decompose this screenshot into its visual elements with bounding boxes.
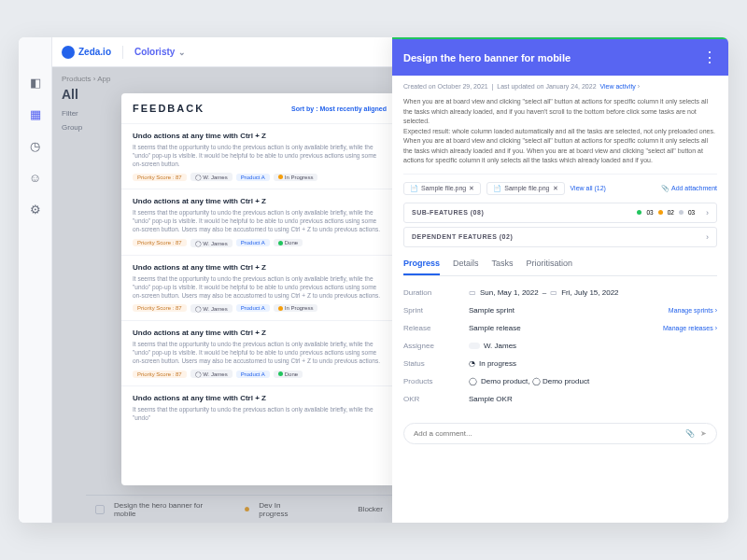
status-tag: Done: [274, 239, 303, 246]
prop-label: Sprint: [403, 306, 469, 315]
priority-score-tag: Priority Score : 87: [133, 239, 187, 246]
detail-body: Created on October 29, 2021 | Last updat…: [392, 76, 728, 523]
feedback-item[interactable]: Undo actions at any time with Ctrl + Z I…: [121, 385, 398, 434]
status-dot-icon: [278, 175, 283, 179]
prop-assignee: Assignee W. James: [403, 337, 717, 355]
prop-value[interactable]: ▭Sun, May 1, 2022 – ▭Fri, July 15, 2022: [469, 288, 717, 297]
sort-value: Most recently aligned: [319, 105, 387, 112]
prop-label: Status: [403, 359, 469, 368]
product-tag: Product A: [236, 371, 270, 378]
logo-icon: [62, 46, 75, 59]
feedback-tags: Priority Score : 87 ◯ W. James Product A…: [133, 370, 387, 378]
workspace-selector[interactable]: Coloristy⌄: [134, 47, 186, 57]
feedback-item[interactable]: Undo actions at any time with Ctrl + Z I…: [121, 189, 398, 254]
manage-releases-link[interactable]: Manage releases ›: [663, 325, 717, 331]
feedback-item-desc: It seems that the opportunity to undo th…: [133, 274, 387, 300]
feedback-item[interactable]: Undo actions at any time with Ctrl + Z I…: [121, 255, 398, 320]
status-dot-icon: [679, 210, 684, 215]
attachment-chip[interactable]: 📄 Sample file.png ✕: [403, 182, 481, 195]
prop-value[interactable]: Sample OKR: [469, 395, 717, 403]
product-tag: Product A: [236, 174, 270, 181]
prop-label: OKR: [403, 395, 469, 403]
attachment-name: Sample file.png: [504, 185, 549, 191]
chevron-right-icon: ›: [706, 208, 709, 217]
prop-release: Release Sample release Manage releases ›: [403, 319, 717, 337]
date-end: Fri, July 15, 2022: [561, 288, 618, 297]
user-tag: ◯ W. James: [190, 304, 233, 313]
prop-label: Products: [403, 377, 469, 385]
attach-icon[interactable]: 📎: [685, 429, 695, 438]
subfeatures-stats: 03 02 03 ›: [637, 208, 709, 217]
status-text: In progress: [479, 359, 516, 368]
product-tag: Product A: [236, 239, 270, 246]
tab-prioritisation[interactable]: Prioritisation: [527, 253, 573, 275]
send-icon[interactable]: ➤: [700, 429, 707, 438]
prop-value[interactable]: Sample sprint: [469, 306, 669, 315]
prop-value[interactable]: ◯ Demo product, ◯ Demo product: [469, 377, 717, 385]
products-text: Demo product, ◯ Demo product: [481, 377, 589, 385]
feedback-header: FEEDBACK Sort by : Most recently aligned: [121, 93, 398, 123]
feedback-title: FEEDBACK: [133, 103, 204, 114]
feedback-item-desc: It seems that the opportunity to undo th…: [133, 143, 387, 168]
view-all-attachments[interactable]: View all (12): [571, 185, 606, 191]
product-tag: Product A: [236, 304, 270, 312]
user-tag: ◯ W. James: [190, 370, 233, 378]
nav-users-icon[interactable]: ☺: [28, 170, 43, 185]
prop-value[interactable]: Sample release: [469, 324, 663, 332]
created-text: Created on October 29, 2021: [403, 83, 488, 90]
prop-value[interactable]: W. James: [469, 342, 717, 350]
feedback-item[interactable]: Undo actions at any time with Ctrl + Z I…: [121, 320, 398, 385]
attachments-row: 📄 Sample file.png ✕ 📄 Sample file.png ✕ …: [403, 174, 717, 203]
tab-details[interactable]: Details: [453, 253, 479, 275]
view-activity-link[interactable]: View activity: [599, 83, 635, 90]
action-label: Manage releases: [663, 325, 713, 331]
prop-status: Status ◔In progress: [403, 355, 717, 372]
action-label: Manage sprints: [669, 307, 713, 314]
nav-roadmap-icon[interactable]: ◷: [28, 138, 43, 153]
feedback-item-title: Undo actions at any time with Ctrl + Z: [133, 263, 387, 272]
prop-label: Duration: [403, 288, 469, 297]
attachment-chip[interactable]: 📄 Sample file.png ✕: [486, 182, 564, 195]
feedback-tags: Priority Score : 87 ◯ W. James Product A…: [133, 239, 387, 247]
detail-drawer: Design the hero banner for mobile ⋮ Crea…: [392, 37, 728, 523]
feedback-list[interactable]: Undo actions at any time with Ctrl + Z I…: [121, 123, 398, 485]
left-rail: ◧ ▦ ◷ ☺ ⚙: [19, 37, 52, 523]
prop-label: Release: [403, 324, 469, 332]
comment-input-box[interactable]: 📎 ➤: [403, 423, 717, 444]
prop-sprint: Sprint Sample sprint Manage sprints ›: [403, 301, 717, 319]
prop-value[interactable]: ◔In progress: [469, 359, 717, 368]
manage-sprints-link[interactable]: Manage sprints ›: [669, 307, 717, 314]
feedback-item[interactable]: Undo actions at any time with Ctrl + Z I…: [121, 123, 398, 189]
brand-name: Zeda.io: [78, 47, 111, 57]
dependent-row[interactable]: DEPENDENT FEATURES (02) ›: [403, 227, 717, 247]
nav-dashboard-icon[interactable]: ◧: [28, 75, 43, 90]
calendar-icon: ▭: [550, 288, 557, 297]
status-tag: Done: [274, 371, 303, 378]
subfeatures-row[interactable]: SUB-FEATURES (08) 03 02 03 ›: [403, 203, 717, 223]
feedback-item-title: Undo actions at any time with Ctrl + Z: [133, 329, 387, 337]
workspace-name: Coloristy: [134, 47, 175, 57]
status-dot-icon: [278, 371, 283, 376]
user-tag: ◯ W. James: [190, 173, 233, 181]
nav-settings-icon[interactable]: ⚙: [28, 202, 43, 217]
chevron-down-icon: ⌄: [178, 48, 186, 57]
status-dot-icon: [278, 241, 283, 245]
stat-count: 02: [668, 209, 674, 216]
add-attachment-link[interactable]: 📎 Add attachment: [661, 185, 717, 192]
tab-progress[interactable]: Progress: [403, 253, 440, 275]
status-dot-icon: [658, 210, 663, 215]
more-menu-icon[interactable]: ⋮: [702, 49, 717, 66]
tab-tasks[interactable]: Tasks: [492, 253, 514, 275]
nav-features-icon[interactable]: ▦: [28, 106, 43, 121]
feedback-item-desc: It seems that the opportunity to undo th…: [133, 405, 387, 422]
status-dot-icon: [637, 210, 641, 215]
brand-logo[interactable]: Zeda.io: [62, 46, 111, 59]
chevron-right-icon: ›: [706, 232, 709, 242]
status-dot-icon: [278, 306, 283, 311]
detail-header: Design the hero banner for mobile ⋮: [392, 39, 728, 76]
prop-okr: OKR Sample OKR: [403, 390, 717, 408]
comment-input[interactable]: [414, 429, 680, 438]
sort-prefix: Sort by :: [291, 105, 317, 112]
priority-score-tag: Priority Score : 87: [133, 371, 187, 378]
feedback-sort[interactable]: Sort by : Most recently aligned: [291, 105, 387, 112]
